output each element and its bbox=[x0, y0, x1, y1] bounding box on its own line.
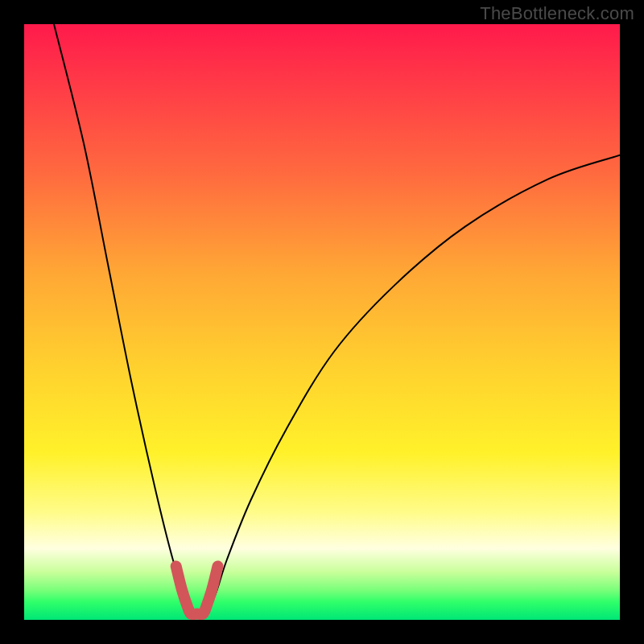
bottleneck-curve bbox=[54, 24, 620, 616]
plot-svg bbox=[24, 24, 620, 620]
valley-highlight bbox=[176, 566, 218, 614]
watermark-text: TheBottleneck.com bbox=[480, 3, 634, 24]
plot-frame bbox=[24, 24, 620, 620]
